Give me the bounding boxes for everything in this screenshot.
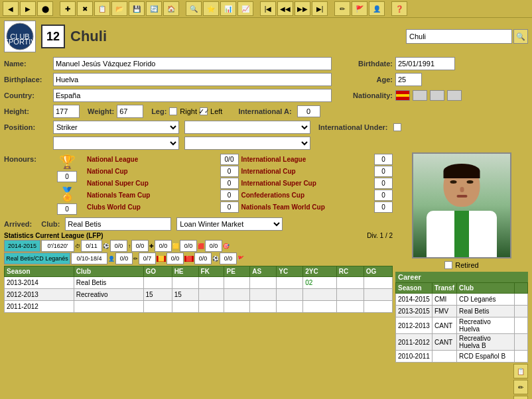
honours-label: Honours: [4, 154, 47, 163]
card1-icon: 🟨 [172, 243, 179, 249]
birthplace-input[interactable] [53, 73, 332, 86]
toolbar-btn-graph[interactable]: 📈 [237, 1, 253, 16]
club-input[interactable] [65, 217, 171, 231]
hon-val-r2[interactable] [374, 178, 393, 189]
position-select2[interactable] [184, 121, 310, 134]
name-input[interactable] [53, 57, 332, 70]
nat-box-1 [413, 90, 427, 101]
toolbar-btn-add[interactable]: ✚ [60, 1, 76, 16]
hon-val-r0[interactable] [374, 154, 393, 165]
toolbar-btn-chart[interactable]: 📊 [220, 1, 236, 16]
og-icon: ⚽ [212, 256, 219, 262]
toolbar-btn-refresh[interactable]: 🔄 [146, 1, 162, 16]
position-select[interactable]: Striker [53, 121, 179, 134]
hon-val-4[interactable] [220, 201, 239, 213]
right-checkbox[interactable] [169, 107, 177, 115]
hon-val-1[interactable] [220, 166, 239, 177]
intl-a-input[interactable] [297, 105, 320, 117]
career-transf-4 [432, 351, 457, 363]
col-rc: RC [336, 266, 364, 277]
career-col-season: Season [396, 283, 432, 294]
player-name: Chuli [70, 28, 401, 45]
stats-header: Statistics Current League (LFP) [4, 232, 103, 239]
hon-val-0[interactable] [220, 154, 239, 165]
toolbar-btn-star[interactable]: ⭐ [203, 1, 219, 16]
toolbar-btn-prev[interactable]: ◀◀ [277, 1, 293, 16]
hon-val-r4[interactable] [374, 201, 393, 213]
hon-val-3[interactable] [220, 190, 239, 201]
toolbar-btn-flag[interactable]: 🚩 [352, 1, 367, 16]
row0-club: Real Betis [74, 277, 143, 289]
arrived-row: Arrived: Club: Loan Winter Market [4, 217, 393, 231]
career-row-2: 2012-2013 CANT Recreativo Huelva [396, 317, 528, 334]
toolbar-btn-person[interactable]: 👤 [369, 1, 385, 16]
toolbar-btn-edit[interactable]: ✏ [334, 1, 350, 16]
toolbar-btn-save[interactable]: 💾 [129, 1, 145, 16]
intl-under-checkbox[interactable] [393, 123, 401, 131]
career-header: Career [395, 272, 528, 282]
trophy-val-2[interactable] [57, 203, 77, 215]
career-row-1: 2013-2015 FMV Real Betis [396, 306, 528, 317]
age-input[interactable] [395, 73, 422, 86]
sub-position-select2[interactable] [184, 137, 310, 150]
toolbar-btn-copy[interactable]: 📋 [94, 1, 110, 16]
hon-name-4: Clubs World Cup [87, 203, 219, 211]
arrived-label: Arrived: [4, 220, 32, 228]
weight-input[interactable] [117, 105, 143, 118]
toolbar-btn-back[interactable]: ◀ [3, 1, 19, 16]
retired-checkbox[interactable] [444, 261, 452, 269]
career-actions-1 [515, 306, 528, 317]
cross-icon: ✚ [149, 243, 154, 249]
club-label: Club: [41, 220, 60, 228]
toolbar-btn-forward[interactable]: ▶ [20, 1, 36, 16]
hon-val-2[interactable] [220, 178, 239, 189]
sub-position-select1[interactable] [53, 137, 179, 150]
market-select[interactable]: Loan Winter Market [176, 217, 283, 231]
trophy-val-1[interactable] [57, 171, 77, 182]
row1-he: 15 [172, 289, 198, 301]
career-add-btn[interactable]: 📋 [513, 364, 528, 378]
stat-00-5: 0/0 [205, 240, 222, 252]
table-row: 2012-2013 Recreativo 15 15 [5, 289, 393, 301]
left-side: Honours: 🏆 🏅 National League Nationa [4, 152, 393, 399]
height-input[interactable] [53, 105, 80, 118]
search-input[interactable] [406, 29, 512, 44]
toolbar-btn-home[interactable]: 🏠 [163, 1, 179, 16]
career-transf-3: CANT [432, 334, 457, 351]
career-del-btn[interactable]: 🗑 [513, 396, 528, 399]
career-edit-btn[interactable]: ✏ [513, 380, 528, 394]
birthdate-input[interactable] [395, 57, 455, 70]
toolbar-btn-help[interactable]: ❓ [391, 1, 407, 16]
toolbar-btn-open[interactable]: 📂 [111, 1, 127, 16]
career-club-0: CD Leganés [457, 294, 515, 306]
left-checkbox[interactable]: ✓ [200, 107, 208, 115]
hon-val-r1[interactable] [374, 166, 393, 177]
country-input[interactable] [53, 89, 332, 102]
ycard-icon: 🟨 [157, 256, 166, 262]
toolbar-btn-next[interactable]: ▶▶ [295, 1, 310, 16]
toolbar-btn-first[interactable]: |◀ [260, 1, 276, 16]
age-label: Age: [340, 76, 393, 84]
row0-og [364, 277, 392, 289]
col-pe: PE [224, 266, 250, 277]
row2-he [172, 301, 198, 313]
nat-box-2 [430, 90, 444, 101]
col-go: GO [143, 266, 172, 277]
stats-header-row: Statistics Current League (LFP) Div. 1 /… [4, 232, 393, 239]
row0-rc [336, 277, 364, 289]
row0-pe [224, 277, 250, 289]
toolbar-btn-last[interactable]: ▶| [312, 1, 328, 16]
toolbar-btn-record[interactable]: ⬤ [37, 1, 53, 16]
toolbar-btn-delete[interactable]: ✖ [77, 1, 93, 16]
hon-item-r2: International Super Cup [241, 178, 393, 189]
row1-og [364, 289, 392, 301]
toolbar-btn-filter[interactable]: 🔍 [186, 1, 202, 16]
row0-2yc: 02 [303, 277, 337, 289]
hon-item-4: Clubs World Cup [87, 201, 239, 213]
country-label: Country: [4, 91, 50, 99]
hon-val-r3[interactable] [374, 190, 393, 201]
trophy-icon-2: 🏅 [59, 186, 76, 202]
honours-trophies: 🏆 🏅 [47, 154, 87, 215]
search-button[interactable]: 🔍 [513, 29, 528, 44]
row1-go: 15 [143, 289, 172, 301]
